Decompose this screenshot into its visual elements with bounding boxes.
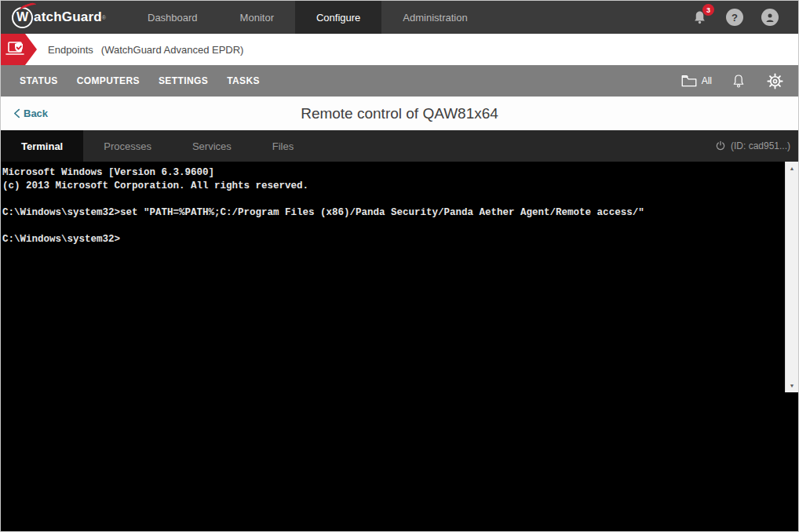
menu-item-status[interactable]: STATUS xyxy=(10,75,67,86)
notification-badge: 3 xyxy=(702,4,714,16)
scroll-down-icon[interactable]: ▼ xyxy=(786,379,798,392)
watchguard-logo[interactable]: W atchGuard ® xyxy=(1,1,120,34)
top-navigation: W atchGuard ® Dashboard Monitor Configur… xyxy=(1,1,798,34)
gear-icon xyxy=(766,72,784,90)
alerts-button[interactable] xyxy=(729,71,748,90)
terminal-output[interactable]: Microsoft Windows [Version 6.3.9600] (c)… xyxy=(1,162,798,246)
breadcrumb: Endpoints (WatchGuard Advanced EPDR) xyxy=(48,44,243,56)
session-info: (ID: cad951...) xyxy=(715,130,798,162)
tab-files[interactable]: Files xyxy=(252,130,314,162)
menu-item-computers[interactable]: COMPUTERS xyxy=(67,75,149,86)
brand-name: atchGuard xyxy=(34,9,102,25)
page-title: Remote control of QAW81x64 xyxy=(1,105,798,122)
tab-terminal[interactable]: Terminal xyxy=(1,130,83,162)
titlebar: Back Remote control of QAW81x64 xyxy=(1,97,798,130)
help-button[interactable]: ? xyxy=(725,8,744,27)
product-bar: Endpoints (WatchGuard Advanced EPDR) xyxy=(1,34,798,65)
remote-control-tabs: Terminal Processes Services Files (ID: c… xyxy=(1,130,798,162)
bell-outline-icon xyxy=(732,73,746,89)
terminal-scrollbar[interactable]: ▲ ▼ xyxy=(785,162,798,392)
terminal-console[interactable]: Microsoft Windows [Version 6.3.9600] (c)… xyxy=(1,162,798,531)
power-icon xyxy=(715,140,726,151)
back-button[interactable]: Back xyxy=(13,107,48,119)
endpoint-settings-button[interactable] xyxy=(765,71,784,90)
account-button[interactable] xyxy=(761,8,779,27)
menu-item-settings[interactable]: SETTINGS xyxy=(149,75,217,86)
group-filter-button[interactable]: All xyxy=(681,75,712,87)
tab-processes[interactable]: Processes xyxy=(83,130,172,162)
question-icon: ? xyxy=(726,9,743,26)
menubar-actions: All xyxy=(681,71,784,90)
watchguard-cloud-console: W atchGuard ® Dashboard Monitor Configur… xyxy=(0,0,799,532)
chevron-left-icon xyxy=(13,108,20,118)
session-id-label: (ID: cad951...) xyxy=(731,140,790,151)
scroll-up-icon[interactable]: ▲ xyxy=(786,162,798,175)
notifications-button[interactable]: 3 xyxy=(690,8,709,27)
brand-trademark: ® xyxy=(102,15,106,20)
breadcrumb-suffix: (WatchGuard Advanced EPDR) xyxy=(101,44,244,56)
person-icon xyxy=(761,9,779,26)
nav-item-monitor[interactable]: Monitor xyxy=(219,1,295,34)
nav-item-dashboard[interactable]: Dashboard xyxy=(126,1,219,34)
main-nav: Dashboard Monitor Configure Administrati… xyxy=(126,1,489,34)
nav-item-administration[interactable]: Administration xyxy=(381,1,488,34)
back-label: Back xyxy=(24,107,48,119)
section-menubar: STATUS COMPUTERS SETTINGS TASKS All xyxy=(1,65,798,97)
menu-item-tasks[interactable]: TASKS xyxy=(217,75,269,86)
topnav-actions: 3 ? xyxy=(690,1,798,34)
group-filter-label: All xyxy=(702,75,712,86)
folder-icon xyxy=(681,75,697,87)
nav-item-configure[interactable]: Configure xyxy=(295,1,381,34)
tab-services[interactable]: Services xyxy=(172,130,252,162)
endpoints-pennant xyxy=(1,34,37,65)
breadcrumb-product: Endpoints xyxy=(48,44,93,56)
